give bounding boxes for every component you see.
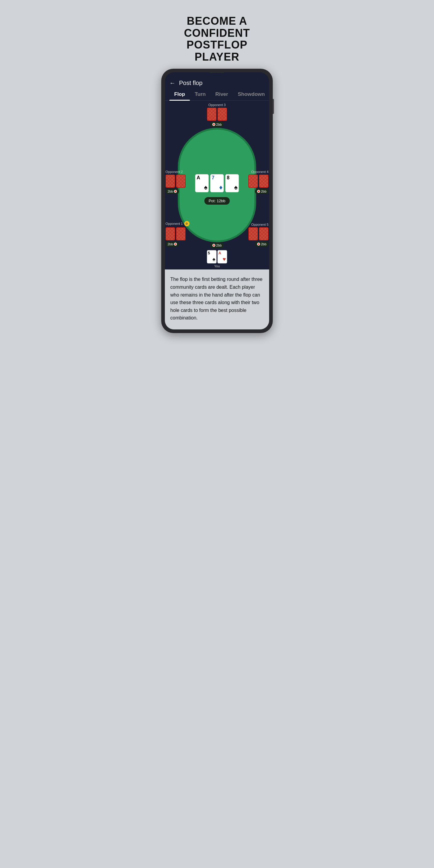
opponent3-bet: 2bb xyxy=(210,122,224,127)
community-card-1: A ♠ xyxy=(195,174,209,192)
opponent5-card2 xyxy=(259,227,269,241)
opponent3-cards xyxy=(207,107,227,121)
player-opponent5: Opponent 5 2bb xyxy=(248,223,269,247)
poker-table-area: A ♠ 7 ♦ 8 ♠ Pot: 12bb xyxy=(165,101,269,270)
community-card-2: 7 ♦ xyxy=(210,174,224,192)
phone-mockup: ← Post flop Flop Turn River Showdown xyxy=(161,69,273,333)
main-headline: Become a Confident Postflop Player xyxy=(158,6,276,69)
opponent1-card1 xyxy=(165,227,175,241)
your-card2: A ♥ xyxy=(218,250,227,264)
screen-title: Post flop xyxy=(179,80,203,87)
opponent1-bet: 2bb xyxy=(165,241,179,247)
your-card1: 5 ♠ xyxy=(207,250,217,264)
tab-river[interactable]: River xyxy=(210,89,233,100)
opponent3-card2 xyxy=(218,107,227,121)
back-button[interactable]: ← xyxy=(169,80,176,87)
phone-screen: ← Post flop Flop Turn River Showdown xyxy=(165,72,269,330)
player-label-opponent1: Opponent 1 xyxy=(165,222,183,225)
phone-notch xyxy=(208,69,226,73)
dealer-button: D xyxy=(184,221,190,226)
player-opponent1: Opponent 1 D 2bb xyxy=(165,221,190,247)
player-opponent2: Opponent 2 2bb xyxy=(165,170,186,194)
opponent5-cards xyxy=(248,227,269,241)
player-opponent4: Opponent 4 2bb xyxy=(248,170,269,194)
screen-content: ← Post flop Flop Turn River Showdown xyxy=(165,72,269,330)
opponent2-cards xyxy=(165,175,186,188)
you-label: You xyxy=(214,264,220,268)
player-label-opponent3: Opponent 3 xyxy=(208,103,226,107)
tab-showdown[interactable]: Showdown xyxy=(233,89,269,100)
app-header: ← Post flop xyxy=(165,76,269,89)
community-cards: A ♠ 7 ♦ 8 ♠ xyxy=(195,174,239,192)
opponent1-card2 xyxy=(176,227,186,241)
description-text: The flop is the first betting round afte… xyxy=(165,270,269,330)
opponent2-bet: 2bb xyxy=(165,189,179,194)
community-card-3: 8 ♠ xyxy=(225,174,239,192)
opponent1-cards xyxy=(165,227,186,241)
opponent5-card1 xyxy=(248,227,258,241)
page-wrapper: Become a Confident Postflop Player ← Pos… xyxy=(158,6,276,333)
player-label-opponent4: Opponent 4 xyxy=(251,170,269,174)
player-label-opponent5: Opponent 5 xyxy=(251,223,269,226)
you-bet: 2bb xyxy=(210,243,224,248)
opponent5-bet: 2bb xyxy=(255,241,269,247)
opponent4-bet: 2bb xyxy=(255,189,269,194)
opponent2-card1 xyxy=(165,175,175,188)
opponent2-card2 xyxy=(176,175,186,188)
opponent3-card1 xyxy=(207,107,217,121)
tab-turn[interactable]: Turn xyxy=(190,89,211,100)
player-opponent3: Opponent 3 2bb xyxy=(207,103,227,127)
opponent4-card2 xyxy=(259,175,269,188)
tab-flop[interactable]: Flop xyxy=(169,89,190,100)
player-you: 2bb 5 ♠ A ♥ xyxy=(207,243,227,268)
opponent4-card1 xyxy=(248,175,258,188)
tab-bar: Flop Turn River Showdown xyxy=(165,89,269,101)
pot-display: Pot: 12bb xyxy=(204,197,230,205)
opponent4-cards xyxy=(248,175,269,188)
your-cards: 5 ♠ A ♥ xyxy=(207,250,227,264)
player-label-opponent2: Opponent 2 xyxy=(165,170,183,174)
